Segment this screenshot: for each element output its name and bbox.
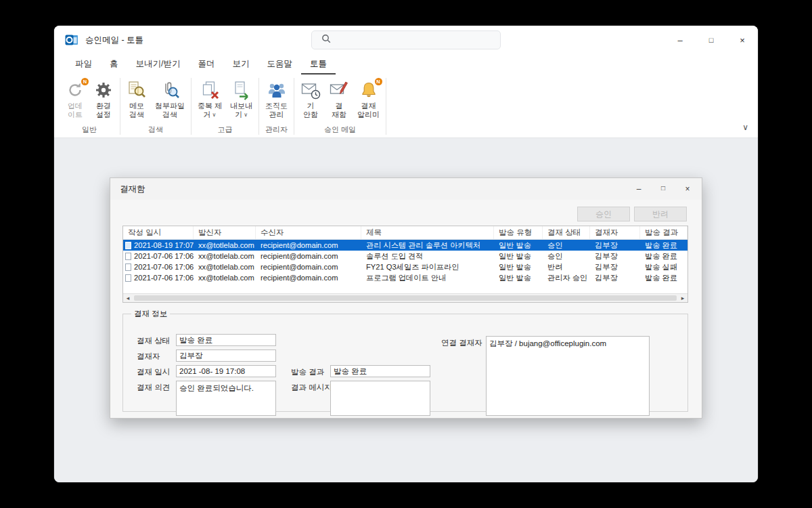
approvalbox-icon [329, 80, 349, 100]
tab-folder[interactable]: 폴더 [189, 55, 223, 75]
document-icon [125, 242, 131, 249]
export-icon [231, 80, 252, 100]
update-button[interactable]: N 업데 이트 [61, 78, 89, 121]
reject-button[interactable]: 반려 [634, 207, 687, 221]
remove-duplicates-icon [200, 80, 220, 100]
tab-file[interactable]: 파일 [66, 55, 101, 75]
tab-home[interactable]: 홈 [101, 55, 127, 75]
button-label: 내보내 기∨ [230, 102, 252, 119]
approve-button[interactable]: 승인 [577, 207, 630, 221]
ribbon-separator [120, 78, 120, 135]
ribbon-group-search: 메모 검색 첨부파일 검색 [122, 76, 189, 137]
approvalbox-button[interactable]: 결 재함 [325, 78, 353, 121]
attachment-search-button[interactable]: 첨부파일 검색 [151, 78, 189, 121]
dialog-title: 결재함 [120, 184, 634, 195]
button-label: 조직도 관리 [265, 102, 288, 119]
column-header-status[interactable]: 결재 상태 [543, 226, 590, 239]
column-header-approver[interactable]: 결재자 [590, 226, 640, 239]
chevron-down-icon: ∨ [244, 112, 248, 119]
comment-field[interactable]: 승인 완료되었습니다. [176, 381, 276, 416]
tab-send-receive[interactable]: 보내기/받기 [127, 55, 189, 75]
window-controls: – □ × [664, 26, 758, 54]
ribbon-separator [386, 78, 386, 135]
approval-datetime-field[interactable] [176, 365, 276, 377]
table-row[interactable]: 2021-07-06 17:06 xx@totlelab.com recipie… [123, 251, 687, 261]
approval-datetime-label: 결재 일시 [137, 367, 170, 377]
ribbon-collapse-button[interactable]: ∨ [742, 123, 748, 132]
approval-info-legend: 결재 정보 [131, 309, 170, 319]
ribbon-separator [258, 78, 259, 135]
document-icon [125, 263, 131, 271]
scroll-left-icon[interactable]: ◂ [123, 294, 133, 302]
scroll-right-icon[interactable]: ▸ [678, 294, 687, 302]
result-message-field[interactable] [330, 381, 430, 416]
column-header-result[interactable]: 발송 결과 [640, 226, 687, 239]
table-row[interactable]: 2021-07-06 17:06 xx@totlelab.com recipie… [123, 272, 687, 283]
tab-help[interactable]: 도움말 [258, 55, 301, 75]
column-header-subject[interactable]: 제목 [361, 226, 494, 239]
button-label: 메모 검색 [129, 102, 144, 119]
memo-search-button[interactable]: 메모 검색 [122, 78, 151, 121]
draftbox-icon [300, 80, 321, 100]
send-result-label: 발송 결과 [291, 367, 324, 377]
memo-search-icon [127, 80, 147, 100]
approval-notifier-button[interactable]: N 결재 알리미 [353, 78, 384, 121]
remove-duplicates-button[interactable]: 중복 제 거∨ [194, 78, 226, 121]
button-label: 기 안함 [303, 102, 318, 119]
orgchart-icon [267, 80, 287, 100]
approval-info-groupbox: 결재 정보 결재 상태 결재자 결재 일시 결재 의견 승인 완료되었습니다. … [122, 309, 688, 412]
button-label: 첨부파일 검색 [155, 102, 185, 119]
search-icon [321, 34, 331, 46]
button-label: 환경 설정 [96, 102, 111, 119]
comment-label: 결재 의견 [137, 383, 170, 393]
linked-approver-label: 연결 결재자 [441, 338, 482, 348]
column-header-send-type[interactable]: 발송 유형 [494, 226, 543, 239]
dialog-minimize-button[interactable]: – [634, 184, 644, 194]
tab-totle[interactable]: 토틀 [301, 55, 336, 75]
button-label: 업데 이트 [68, 102, 83, 119]
linked-approver-field[interactable]: 김부장 / bujang@officeplugin.com [486, 336, 650, 416]
table-row[interactable]: 2021-08-19 17:07 xx@totlelab.com recipie… [123, 240, 687, 251]
approver-field[interactable] [176, 350, 276, 362]
settings-button[interactable]: 환경 설정 [89, 78, 118, 121]
export-button[interactable]: 내보내 기∨ [226, 78, 256, 121]
scrollbar-track[interactable] [133, 294, 678, 302]
dialog-controls: – □ × [634, 184, 692, 194]
orgchart-button[interactable]: 조직도 관리 [261, 78, 292, 121]
dialog-close-button[interactable]: × [683, 184, 692, 194]
close-button[interactable]: × [727, 26, 758, 54]
status-label: 결재 상태 [137, 336, 170, 346]
ribbon-group-admin: 조직도 관리 관리자 [261, 76, 292, 137]
group-label-search: 검색 [122, 124, 189, 137]
n-badge-icon: N [375, 78, 382, 85]
column-header-date[interactable]: 작성 일시 [123, 226, 194, 239]
dialog-titlebar: 결재함 – □ × [110, 178, 702, 200]
column-header-recipient[interactable]: 수신자 [256, 226, 361, 239]
gear-icon [93, 80, 114, 100]
column-header-sender[interactable]: 발신자 [194, 226, 256, 239]
dialog-maximize-button[interactable]: □ [658, 184, 668, 194]
send-result-field[interactable] [330, 365, 430, 377]
main-window: 승인메일 - 토틀 – □ × 파일 홈 보내기/받기 폴더 보기 도움말 토틀 [54, 26, 758, 482]
ribbon-separator [294, 78, 294, 135]
ribbon: N 업데 이트 [54, 75, 758, 138]
search-input[interactable] [311, 30, 501, 49]
table-row[interactable]: 2021-07-06 17:06 xx@totlelab.com recipie… [123, 261, 687, 272]
maximize-button[interactable]: □ [696, 26, 727, 54]
approval-box-dialog: 결재함 – □ × 승인 반려 작성 일시 발신자 수신자 제목 발송 유형 결… [110, 177, 702, 419]
minimize-button[interactable]: – [664, 26, 696, 54]
approval-table: 작성 일시 발신자 수신자 제목 발송 유형 결재 상태 결재자 발송 결과 2… [122, 226, 688, 303]
scrollbar-thumb[interactable] [134, 295, 677, 301]
ribbon-separator [191, 78, 191, 135]
document-icon [125, 253, 131, 260]
document-icon [125, 274, 131, 282]
table-body: 2021-08-19 17:07 xx@totlelab.com recipie… [123, 240, 687, 293]
draftbox-button[interactable]: 기 안함 [296, 78, 325, 121]
approver-label: 결재자 [137, 352, 160, 362]
button-label: 결 재함 [332, 102, 346, 119]
status-field[interactable] [176, 334, 276, 346]
tab-view[interactable]: 보기 [223, 55, 258, 75]
horizontal-scrollbar[interactable]: ◂ ▸ [123, 293, 687, 302]
ribbon-group-approval-mail: 기 안함 결 재함 [296, 76, 384, 137]
group-label-admin: 관리자 [261, 124, 292, 137]
